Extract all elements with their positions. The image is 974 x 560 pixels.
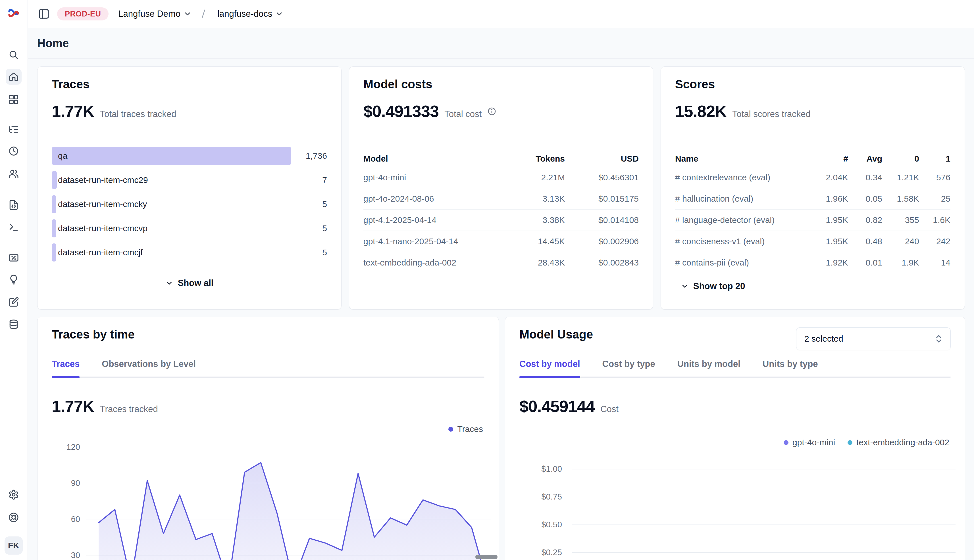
show-top-20-button[interactable]: Show top 20 — [675, 281, 951, 292]
trace-list-item[interactable]: qa 1,736 — [52, 147, 327, 165]
column-header: Avg — [848, 154, 882, 163]
trace-list-item[interactable]: dataset-run-item-cmc29 7 — [52, 171, 327, 189]
square-pen-icon — [8, 297, 19, 308]
langfuse-logo[interactable] — [6, 5, 22, 21]
show-top-20-label: Show top 20 — [693, 281, 745, 292]
org-switcher[interactable]: Langfuse Demo — [118, 9, 192, 19]
project-name: langfuse-docs — [217, 9, 272, 19]
sidebar-item-annotation[interactable] — [6, 294, 22, 310]
tab-cost-by-model[interactable]: Cost by model — [520, 359, 580, 369]
sidebar-item-tracing[interactable] — [6, 122, 22, 137]
scores-table: Name#Avg01# contextrelevance (eval)2.04K… — [675, 151, 951, 273]
y-axis-row: $0.25 — [520, 548, 956, 557]
sidebar-item-users[interactable] — [6, 166, 22, 182]
sidebar-item-settings[interactable] — [6, 487, 22, 503]
tab-observations-by-level[interactable]: Observations by Level — [102, 359, 196, 369]
show-all-button[interactable]: Show all — [52, 278, 327, 288]
row-value: 355 — [882, 215, 919, 225]
row-label: gpt-4o-2024-08-06 — [363, 194, 500, 203]
sidebar-item-sessions[interactable] — [6, 143, 22, 159]
table-row: # contains-pii (eval)1.92K0.011.9K14 — [675, 252, 951, 273]
model-usage-chart: $1.00$0.75$0.50$0.25 — [520, 459, 956, 560]
trace-list-item[interactable]: dataset-run-item-cmcvp 5 — [52, 219, 327, 237]
legend-item[interactable]: text-embedding-ada-002 — [847, 438, 949, 447]
row-value: $0.002843 — [565, 258, 639, 268]
trace-count: 7 — [322, 171, 327, 189]
y-axis-tick: $1.00 — [520, 464, 562, 474]
info-icon[interactable] — [487, 107, 496, 116]
row-label: gpt-4.1-nano-2025-04-14 — [363, 237, 500, 246]
row-value: 1.95K — [817, 215, 848, 225]
row-value: 576 — [919, 173, 951, 182]
top-cards-row: Traces 1.77K Total traces tracked qa 1,7… — [37, 67, 965, 310]
sidebar-item-suggestions[interactable] — [6, 272, 22, 287]
row-label: gpt-4.1-2025-04-14 — [363, 215, 500, 225]
sidebar-item-prompts[interactable] — [6, 197, 22, 213]
tab-units-by-model[interactable]: Units by model — [677, 359, 740, 369]
table-header: Name#Avg01 — [675, 151, 951, 167]
org-name: Langfuse Demo — [118, 9, 180, 19]
trace-list-item[interactable]: dataset-run-item-cmcjf 5 — [52, 243, 327, 262]
chevrons-up-down-icon — [934, 334, 944, 343]
row-value: 240 — [882, 237, 919, 246]
model-usage-metric-label: Cost — [600, 404, 618, 414]
legend-label: gpt-4o-mini — [792, 438, 835, 447]
row-value: 3.13K — [500, 194, 565, 203]
bottom-cards-row: Traces by time TracesObservations by Lev… — [37, 317, 965, 560]
row-value: 1.9K — [882, 258, 919, 268]
project-switcher[interactable]: langfuse-docs — [217, 9, 284, 19]
list-tree-icon — [8, 124, 19, 135]
trace-count: 1,736 — [306, 147, 327, 165]
row-label: # conciseness-v1 (eval) — [675, 237, 817, 246]
y-axis-row: $1.00 — [520, 464, 956, 474]
trace-name: dataset-run-item-cmcvp — [58, 219, 147, 237]
table-row: gpt-4o-mini2.21M$0.456301 — [363, 167, 639, 188]
trace-list-item[interactable]: dataset-run-item-cmcky 5 — [52, 195, 327, 213]
sidebar-item-search[interactable] — [6, 47, 22, 63]
table-row: gpt-4o-2024-08-063.13K$0.015175 — [363, 188, 639, 210]
tab-units-by-type[interactable]: Units by type — [763, 359, 818, 369]
traces-by-time-card: Traces by time TracesObservations by Lev… — [37, 317, 499, 560]
row-label: gpt-4o-mini — [363, 173, 500, 182]
sidebar-item-home[interactable] — [6, 69, 22, 85]
y-axis-tick: $0.75 — [520, 492, 562, 502]
row-value: 1.58K — [882, 194, 919, 203]
row-label: # language-detector (eval) — [675, 215, 817, 225]
column-header: USD — [565, 154, 639, 163]
horizontal-scrollbar-thumb[interactable] — [475, 555, 498, 559]
langfuse-logo-icon — [7, 7, 20, 20]
y-axis-tick: $0.50 — [520, 520, 562, 529]
legend-dot — [448, 427, 453, 432]
trace-bar — [52, 171, 57, 189]
row-value: 0.01 — [848, 258, 882, 268]
legend-item[interactable]: gpt-4o-mini — [784, 438, 835, 447]
traces-by-time-title: Traces by time — [52, 328, 484, 341]
model-costs-table: ModelTokensUSDgpt-4o-mini2.21M$0.456301g… — [363, 151, 639, 273]
column-header: Tokens — [500, 154, 565, 163]
scores-card: Scores 15.82K Total scores tracked Name#… — [661, 67, 965, 310]
sidebar-item-datasets[interactable] — [6, 317, 22, 332]
sidebar-item-support[interactable] — [6, 510, 22, 525]
tab-traces[interactable]: Traces — [52, 359, 80, 369]
home-icon — [8, 71, 19, 82]
sidebar-item-evaluators[interactable] — [6, 250, 22, 266]
row-value: 1.92K — [817, 258, 848, 268]
tab-cost-by-type[interactable]: Cost by type — [602, 359, 655, 369]
active-tab-underline — [52, 376, 80, 378]
show-all-label: Show all — [178, 278, 214, 288]
row-value: 0.05 — [848, 194, 882, 203]
sidebar-item-playground[interactable] — [6, 219, 22, 235]
scores-metric: 15.82K Total scores tracked — [675, 103, 951, 120]
legend-item[interactable]: Traces — [448, 424, 483, 434]
model-select-dropdown[interactable]: 2 selected — [796, 327, 951, 350]
terminal-icon — [8, 222, 19, 233]
y-axis-row: $0.75 — [520, 492, 956, 502]
sidebar-item-dashboards[interactable] — [6, 92, 22, 107]
sidebar-toggle-button[interactable] — [37, 7, 50, 20]
trace-bar — [52, 219, 56, 237]
scores-title: Scores — [675, 78, 951, 91]
column-header: # — [817, 154, 848, 163]
row-label: # hallucination (eval) — [675, 194, 817, 203]
user-avatar[interactable]: FK — [5, 537, 23, 555]
table-row: text-embedding-ada-00228.43K$0.002843 — [363, 252, 639, 273]
